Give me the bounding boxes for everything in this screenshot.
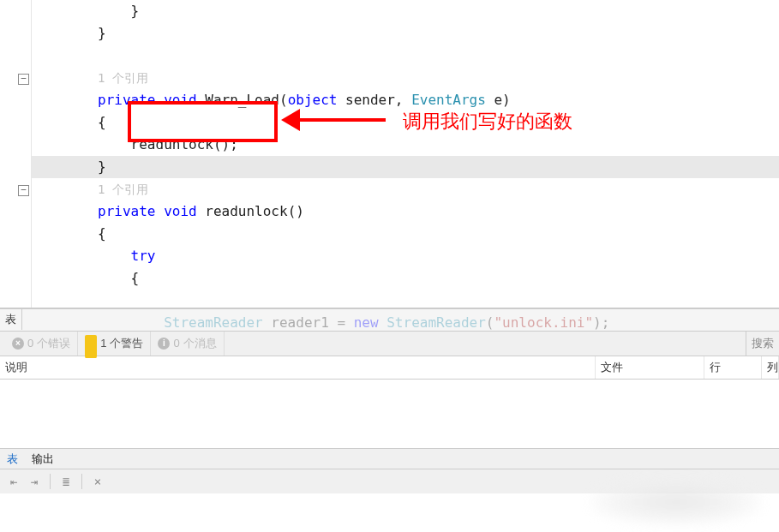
error-list-header: 说明 文件 行 列: [0, 356, 779, 380]
arrow-head-icon: [281, 109, 300, 131]
warning-icon: [85, 330, 97, 354]
col-file[interactable]: 文件: [596, 356, 704, 379]
separator: [81, 474, 82, 489]
arrow-icon: [291, 118, 386, 122]
col-column[interactable]: 列: [762, 356, 779, 379]
panel-tab-list[interactable]: 表: [0, 309, 22, 330]
error-toolbar: × 0 个错误 1 个警告 i 0 个消息 搜索: [0, 332, 779, 356]
annotation-text: 调用我们写好的函数: [403, 109, 572, 134]
messages-filter-button[interactable]: i 0 个消息: [151, 332, 224, 356]
code-line[interactable]: }: [32, 22, 779, 45]
info-icon: i: [158, 338, 170, 350]
code-area[interactable]: } } 1 个引用 private void Warn_Load(object …: [32, 0, 779, 308]
code-line[interactable]: {: [32, 267, 779, 290]
code-line[interactable]: }: [32, 0, 779, 22]
indent-left-icon[interactable]: ⇤: [5, 473, 22, 490]
code-line[interactable]: StreamReader reader1 = new StreamReader(…: [32, 312, 779, 334]
code-line[interactable]: 1 个引用: [32, 178, 779, 200]
errors-filter-button[interactable]: × 0 个错误: [5, 332, 78, 356]
output-toolbar: ⇤ ⇥ ≣ ×: [0, 469, 779, 493]
search-input[interactable]: 搜索: [746, 332, 779, 356]
tab-output[interactable]: 输出: [25, 449, 61, 469]
fold-toggle-icon[interactable]: [18, 185, 29, 196]
code-line[interactable]: 1 个引用: [32, 67, 779, 89]
indent-right-icon[interactable]: ⇥: [26, 473, 43, 490]
fold-toggle-icon[interactable]: [18, 74, 29, 85]
col-description[interactable]: 说明: [0, 356, 596, 379]
code-line[interactable]: [32, 290, 779, 312]
col-line[interactable]: 行: [704, 356, 762, 379]
code-line[interactable]: [32, 45, 779, 67]
separator: [50, 474, 51, 489]
watermark: [590, 479, 762, 525]
code-line[interactable]: try: [32, 245, 779, 267]
error-icon: ×: [12, 338, 24, 350]
clear-icon[interactable]: ×: [89, 473, 106, 490]
error-list-body[interactable]: [0, 380, 779, 448]
word-wrap-icon[interactable]: ≣: [57, 473, 75, 490]
warnings-filter-button[interactable]: 1 个警告: [78, 332, 151, 356]
tab-error-list[interactable]: 表: [0, 449, 25, 469]
editor-gutter: [0, 0, 32, 308]
bottom-tab-strip: 表 输出: [0, 448, 779, 469]
code-line[interactable]: }: [32, 156, 779, 178]
code-line[interactable]: {: [32, 223, 779, 245]
code-editor[interactable]: } } 1 个引用 private void Warn_Load(object …: [0, 0, 779, 308]
code-line[interactable]: readunlock();: [32, 134, 779, 156]
code-line[interactable]: private void readunlock(): [32, 200, 779, 223]
